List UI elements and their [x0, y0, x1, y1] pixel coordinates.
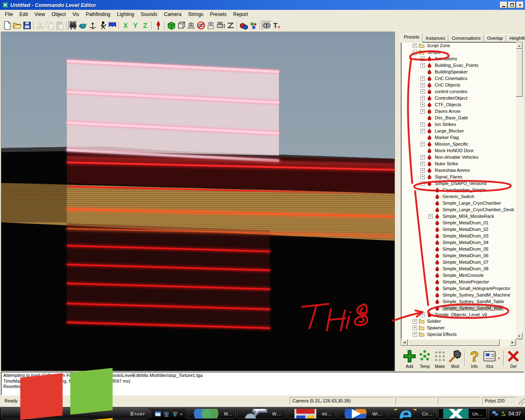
tree-item-label[interactable]: Nuke Strike — [434, 161, 459, 166]
expand-box-icon[interactable]: + — [420, 103, 425, 107]
movie-camera-button[interactable] — [68, 21, 78, 30]
maximize-button[interactable] — [508, 2, 516, 8]
tree-item-label[interactable]: Script Zone — [426, 43, 451, 48]
menu-item-edit[interactable]: Edit — [16, 10, 31, 18]
vertical-scroll-thumb[interactable] — [516, 49, 523, 97]
preset-tree[interactable]: +Script Zone−Simple+Animations+Building_… — [401, 42, 523, 346]
tree-item-large-blocker[interactable]: +Large_Blocker — [401, 128, 523, 134]
solid-box-button[interactable] — [167, 21, 176, 30]
object-cubes-button[interactable] — [239, 21, 249, 30]
tree-horizontal-scrollbar[interactable]: ◀ ▶ — [401, 339, 516, 346]
menu-item-vis[interactable]: Vis — [69, 10, 82, 18]
tree-item-buildingspeaker[interactable]: BuildingSpeaker — [401, 68, 523, 75]
tree-item-label[interactable]: Mission_Specific — [434, 142, 469, 146]
running-man-button[interactable] — [98, 21, 107, 30]
tree-item-cnc-objects[interactable]: +CnC Objects — [401, 82, 523, 88]
tree-item-simple-metaldrum-08[interactable]: Simple_MetalDrum_08 — [401, 265, 523, 272]
tree-item-simple-m04-missilerack[interactable]: +Simple_M04_MissileRack — [401, 213, 523, 219]
collapse-box-icon[interactable]: − — [420, 181, 425, 186]
tree-item-mock-honod-door[interactable]: Mock HoNOD Door — [401, 147, 523, 154]
axis-y-button[interactable]: Y — [130, 21, 140, 30]
info-button[interactable]: ?Info — [467, 349, 482, 368]
new-document-button[interactable] — [2, 21, 12, 30]
tree-item-animations[interactable]: +Animations — [401, 55, 523, 62]
tab-conversations[interactable]: Conversations — [448, 34, 484, 42]
menu-item-strings[interactable]: Strings — [185, 10, 206, 18]
menu-item-object[interactable]: Object — [48, 10, 69, 18]
text-tool-button[interactable]: T — [272, 21, 281, 30]
tree-item-label[interactable]: Raveshaw Ammo — [434, 168, 471, 173]
tree-item-simple-objects-level-v9[interactable]: +Simple_Objects_Level_v9 — [401, 311, 523, 318]
quick-launch-app-window[interactable] — [154, 410, 162, 418]
scroll-left-button[interactable]: ◀ — [401, 339, 408, 346]
scroll-up-button[interactable]: ▲ — [516, 42, 523, 49]
expand-box-icon[interactable]: + — [420, 175, 425, 179]
axis-x-button[interactable]: X — [121, 21, 130, 30]
menu-item-pathfinding[interactable]: Pathfinding — [82, 10, 114, 18]
menu-item-camera[interactable]: Camera — [161, 10, 185, 18]
expand-box-icon[interactable]: + — [420, 83, 425, 87]
wireframe-box-button[interactable] — [176, 21, 186, 30]
menu-item-report[interactable]: Report — [230, 10, 251, 18]
tree-item-label[interactable]: CTF_Objects — [434, 102, 462, 107]
menu-item-file[interactable]: File — [2, 10, 16, 18]
tray-messenger-icon[interactable] — [500, 411, 506, 417]
tray-network-icon[interactable] — [492, 411, 498, 417]
expand-box-icon[interactable]: + — [413, 326, 417, 330]
temp-button[interactable]: Temp — [417, 349, 432, 368]
tab-heightfield[interactable]: Heightfield — [506, 34, 525, 42]
tree-item-simple-metaldrum-04[interactable]: Simple_MetalDrum_04 — [401, 239, 523, 246]
tree-item-simple-dsapo-versions[interactable]: −Simple_DSAPO_Versions — [401, 180, 523, 187]
vertex-drop-button[interactable] — [153, 21, 163, 30]
tree-item-simple-large-cryochamber[interactable]: Simple_Large_CryoChamber — [401, 200, 523, 206]
tree-item-label[interactable]: Simple_MetalDrum_07 — [442, 260, 489, 265]
tab-presets[interactable]: Presets — [401, 33, 422, 42]
resize-grip[interactable] — [518, 397, 524, 405]
tree-item-simple-sydney-sandm-machine[interactable]: Simple_Sydney_SandM_Machine — [401, 292, 523, 298]
make-button[interactable]: Make — [432, 349, 447, 368]
tree-item-label[interactable]: Mock HoNOD Door — [434, 148, 475, 153]
tree-item-label[interactable]: Signal_Flares — [434, 174, 463, 179]
quick-launch-overflow-chevron[interactable]: » — [180, 411, 183, 416]
start-button[interactable]: Start — [1, 409, 151, 419]
tree-item-raveshaw-ammo[interactable]: +Raveshaw Ammo — [401, 167, 523, 173]
save-floppy-button[interactable] — [22, 21, 32, 30]
expand-box-icon[interactable]: + — [420, 63, 425, 68]
copy-pages-button[interactable] — [45, 21, 55, 30]
tree-item-simple-large-cryochamber-destr[interactable]: Simple_Large_CryoChamber_Destr — [401, 206, 523, 213]
tree-item-generic-switch[interactable]: Generic_Switch — [401, 193, 523, 200]
tree-item-ion-strikes[interactable]: +Ion Strikes — [401, 121, 523, 128]
tree-item-label[interactable]: Animations — [434, 56, 458, 61]
tree-item-simple[interactable]: −Simple — [401, 49, 523, 55]
tree-item-special-effects[interactable]: +Special Effects — [401, 331, 523, 338]
tree-item-label[interactable]: Spawner — [426, 325, 445, 330]
vis-window-button[interactable] — [206, 21, 216, 30]
cut-scissors-button[interactable] — [35, 21, 45, 30]
menu-item-view[interactable]: View — [31, 10, 48, 18]
tree-item-label[interactable]: Marker Flag — [434, 135, 460, 140]
vis-sector-button[interactable] — [226, 21, 235, 30]
scroll-down-button[interactable]: ▼ — [516, 333, 523, 339]
expand-box-icon[interactable]: + — [420, 57, 425, 61]
vis-disable-button[interactable] — [196, 21, 206, 30]
expand-box-icon[interactable]: + — [420, 76, 425, 81]
paste-clipboard-button[interactable] — [55, 21, 65, 30]
tree-item-soldier[interactable]: +Soldier — [401, 318, 523, 324]
taskbar-task-wmp[interactable]: Windows Media Player — [338, 409, 386, 419]
tab-overlap[interactable]: Overlap — [484, 34, 507, 42]
tree-item-simple-metaldrum-01[interactable]: Simple_MetalDrum_01 — [401, 219, 523, 226]
tree-item-simple-small-hologramprojector[interactable]: Simple_Small_HologramProjector — [401, 285, 523, 292]
expand-box-icon[interactable]: + — [420, 122, 425, 127]
tree-item-label[interactable]: Special Effects — [426, 332, 458, 337]
del-button[interactable]: Del — [506, 349, 521, 368]
add-button[interactable]: Add — [402, 349, 417, 368]
tree-item-label[interactable]: Simple_MetalDrum_06 — [442, 253, 489, 258]
tree-item-label[interactable]: Simple_MovieProjector — [442, 279, 490, 284]
tree-item-label[interactable]: ControllerObject — [434, 96, 468, 100]
tree-vertical-scrollbar[interactable]: ▲ ▼ — [516, 42, 523, 339]
tree-item-label[interactable]: Simple_MetalDrum_03 — [442, 233, 489, 238]
tree-item-label[interactable]: Simple_Sydney_SandM_Table — [442, 299, 505, 304]
menu-item-presets[interactable]: Presets — [207, 10, 230, 18]
tree-item-label[interactable]: control consoles — [434, 89, 468, 94]
tree-item-label[interactable]: Soldier — [426, 319, 442, 324]
